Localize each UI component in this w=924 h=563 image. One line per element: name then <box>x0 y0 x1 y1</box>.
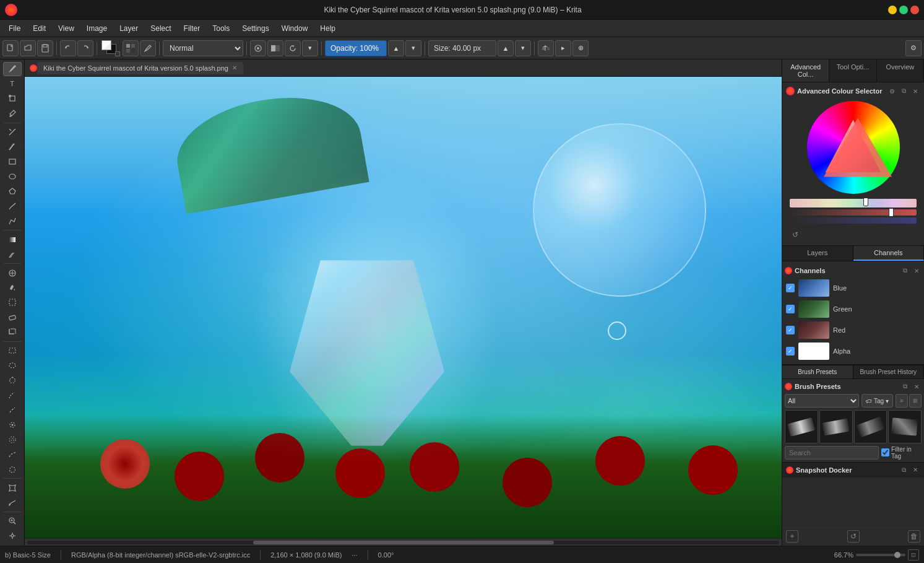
brush-presets-tab[interactable]: Brush Presets <box>782 365 853 378</box>
snapshot-add-button[interactable]: + <box>786 530 798 543</box>
ellipse-tool[interactable] <box>3 170 22 184</box>
similar-selection-tool[interactable] <box>3 432 22 447</box>
brush-options-button[interactable] <box>250 40 266 56</box>
channel-blue-row[interactable]: ✓ Blue <box>785 277 922 299</box>
color-select-tool[interactable] <box>3 417 22 432</box>
menu-layer[interactable]: Layer <box>113 22 144 35</box>
saturation-slider[interactable] <box>790 209 917 216</box>
zoom-slider[interactable] <box>856 554 905 556</box>
brush-presets-close-button[interactable]: ✕ <box>912 382 922 391</box>
channel-blue-check[interactable]: ✓ <box>786 284 795 292</box>
status-more-button[interactable]: ··· <box>352 551 357 559</box>
menu-settings[interactable]: Settings <box>236 22 275 35</box>
menu-edit[interactable]: Edit <box>27 22 52 35</box>
menu-help[interactable]: Help <box>314 22 342 35</box>
magnetic-selection-tool[interactable] <box>3 388 22 403</box>
opacity-down-button[interactable]: ▾ <box>405 40 421 56</box>
menu-image[interactable]: Image <box>80 22 113 35</box>
text-tool[interactable]: T <box>3 77 22 91</box>
smart-patch-tool[interactable] <box>3 266 22 280</box>
brush-preset-item-2[interactable] <box>819 410 853 443</box>
color-selector-close-button[interactable]: ✕ <box>910 86 920 96</box>
tab-tool-options[interactable]: Tool Opti... <box>829 59 876 82</box>
brush-preset-item-1[interactable] <box>785 410 818 443</box>
erase-tool[interactable] <box>3 310 22 325</box>
brush-tool-button[interactable] <box>140 40 156 56</box>
foreground-color-swatch[interactable] <box>101 40 111 50</box>
zoom-thumb[interactable] <box>894 552 900 558</box>
saturation-thumb[interactable] <box>889 208 894 217</box>
brush-search-input[interactable] <box>785 446 879 460</box>
channels-float-button[interactable]: ⧉ <box>900 266 910 276</box>
selection-rect-tool[interactable] <box>3 344 22 358</box>
menu-window[interactable]: Window <box>275 22 314 35</box>
color-selector-settings-button[interactable]: ⚙ <box>887 86 897 96</box>
snapshot-close-button[interactable]: ✕ <box>910 465 920 475</box>
tab-advanced-color[interactable]: Advanced Col... <box>782 59 829 82</box>
brush-view-list[interactable]: ≡ <box>896 394 908 408</box>
channel-green-check[interactable]: ✓ <box>786 305 795 313</box>
color-swatches[interactable] <box>100 39 121 58</box>
redo-button[interactable] <box>77 40 93 56</box>
mirror-h-button[interactable] <box>538 40 554 56</box>
channel-alpha-row[interactable]: ✓ Alpha <box>785 341 922 362</box>
selection-poly-tool[interactable] <box>3 373 22 388</box>
brush-preset-item-4[interactable] <box>888 410 922 443</box>
brush-preset-item-3[interactable] <box>854 410 887 443</box>
canvas-horizontal-scrollbar[interactable] <box>25 538 782 546</box>
rectangle-tool[interactable] <box>3 155 22 169</box>
maximize-button[interactable] <box>899 6 908 14</box>
opacity-control[interactable]: Opacity: 100% <box>325 40 387 56</box>
scrollbar-thumb[interactable] <box>253 541 554 544</box>
polygon-tool[interactable] <box>3 184 22 198</box>
brush-preset-button[interactable] <box>123 40 139 56</box>
color-selector-float-button[interactable]: ⧉ <box>899 86 909 96</box>
freehand-brush-tool[interactable] <box>3 62 22 76</box>
menu-view[interactable]: View <box>52 22 80 35</box>
gradient-tool[interactable] <box>3 232 22 247</box>
brush-view-grid[interactable]: ⊞ <box>909 394 922 408</box>
channel-alpha-check[interactable]: ✓ <box>786 347 795 356</box>
eyedropper-tool[interactable] <box>3 107 22 121</box>
size-up-button[interactable]: ▲ <box>498 40 514 56</box>
save-file-button[interactable] <box>37 40 53 56</box>
brush-refresh-button[interactable] <box>285 40 301 56</box>
deform-tool[interactable] <box>3 481 22 495</box>
crop-tool[interactable] <box>3 325 22 339</box>
size-down-button[interactable]: ▾ <box>515 40 531 56</box>
snapshot-float-button[interactable]: ⧉ <box>899 465 909 475</box>
open-file-button[interactable] <box>20 40 36 56</box>
color-wheel[interactable] <box>807 101 900 194</box>
channels-tab[interactable]: Channels <box>853 246 925 261</box>
scrollbar-track[interactable] <box>27 541 779 544</box>
menu-filter[interactable]: Filter <box>178 22 207 35</box>
brush-more-button[interactable]: ▾ <box>302 40 318 56</box>
contiguous-selection-tool[interactable] <box>3 403 22 417</box>
multibrush-tool[interactable] <box>3 247 22 261</box>
close-button[interactable] <box>910 6 919 14</box>
hue-thumb[interactable] <box>863 198 868 206</box>
zoom-tool[interactable] <box>3 514 22 528</box>
selection-ellipse-tool[interactable] <box>3 359 22 373</box>
brush-preset-history-tab[interactable]: Brush Preset History <box>853 365 925 378</box>
toolbar-config-button[interactable]: ⚙ <box>905 40 922 56</box>
brush-presets-float-button[interactable]: ⧉ <box>900 382 910 391</box>
canvas-tab-item[interactable]: Kiki the Cyber Squirrel mascot of Krita … <box>37 62 243 74</box>
brush-opacity-button[interactable] <box>267 40 283 56</box>
channel-red-row[interactable]: ✓ Red <box>785 320 922 341</box>
fill-tool[interactable] <box>3 281 22 295</box>
freehand-path-tool[interactable] <box>3 199 22 213</box>
swap-colors-icon[interactable] <box>115 51 120 56</box>
brush-tag-button[interactable]: 🏷 Tag ▾ <box>861 394 893 408</box>
edit-shapes-tool[interactable] <box>3 125 22 139</box>
channels-close-button[interactable]: ✕ <box>912 266 922 276</box>
opacity-up-button[interactable]: ▲ <box>388 40 404 56</box>
blend-mode-dropdown[interactable]: Normal <box>163 40 243 56</box>
color-refresh-button[interactable]: ↺ <box>790 229 801 240</box>
artwork-canvas[interactable] <box>25 77 782 538</box>
hue-slider[interactable] <box>790 199 917 207</box>
filter-in-tag-checkbox[interactable] <box>881 448 889 456</box>
polyline-tool[interactable] <box>3 214 22 228</box>
canvas-container[interactable] <box>25 77 782 538</box>
new-file-button[interactable] <box>2 40 19 56</box>
